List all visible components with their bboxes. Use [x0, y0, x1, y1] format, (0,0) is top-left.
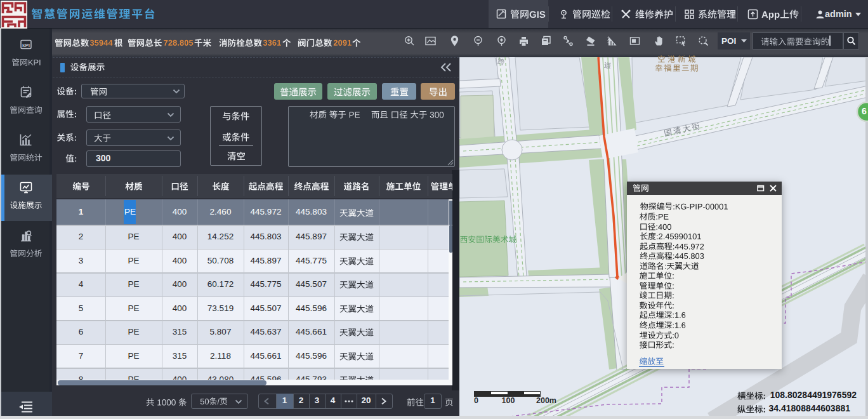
svg-text:kPI: kPI [22, 42, 30, 48]
